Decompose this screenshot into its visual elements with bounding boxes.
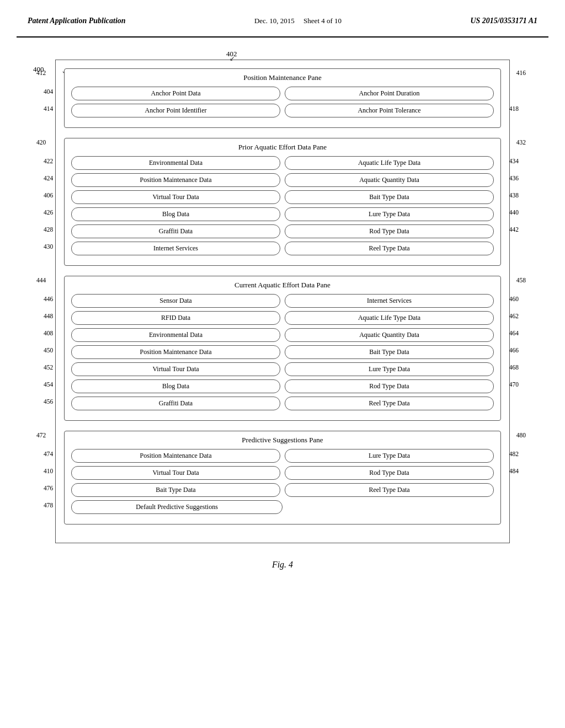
prior-aquatic-title: Prior Aquatic Effort Data Pane xyxy=(71,143,494,152)
ref-466: 466 xyxy=(509,347,519,354)
ps-row2-wrapper: 476 Bait Type Data Reel Type Data xyxy=(71,483,494,497)
header-sheet: Sheet 4 of 10 xyxy=(303,17,342,25)
pane-wrapper-predictive: 472 480 Predictive Suggestions Pane 474 … xyxy=(64,431,501,524)
ref-460: 460 xyxy=(509,296,519,302)
ref-420: 420 xyxy=(36,139,46,146)
pa-row4: Graffiti Data Rod Type Data xyxy=(71,224,494,238)
internet-services-2: Internet Services xyxy=(285,294,494,308)
pa-row5-wrapper: 430 Internet Services Reel Type Data xyxy=(71,242,494,255)
rod-type-data-3: Rod Type Data xyxy=(285,466,494,480)
rod-type-data-2: Rod Type Data xyxy=(285,379,494,393)
ref-424: 424 xyxy=(44,175,53,181)
ps-row3: Default Predictive Suggestions xyxy=(71,500,494,514)
pm-row1-wrapper: 404 Anchor Point Data Anchor Point Durat… xyxy=(71,87,494,100)
ref-480: 480 xyxy=(516,432,526,438)
predictive-suggestions-pane: Predictive Suggestions Pane 474 482 Posi… xyxy=(64,431,501,524)
pa-row3-wrapper: 426 440 Blog Data Lure Type Data xyxy=(71,207,494,221)
ref-478: 478 xyxy=(44,502,53,508)
internet-services-1: Internet Services xyxy=(71,242,280,255)
bait-type-data-3: Bait Type Data xyxy=(71,483,280,497)
pane-wrapper-position: 412 416 Position Maintenance Pane 404 An… xyxy=(64,68,501,128)
ref-472: 472 xyxy=(36,432,46,438)
pane-wrapper-current: 444 458 Current Aquatic Effort Data Pane… xyxy=(64,276,501,421)
virtual-tour-data-3: Virtual Tour Data xyxy=(71,466,280,480)
diagram-wrapper: 400 ↘ 402 ↙ Interface Module 412 416 Pos… xyxy=(55,60,510,543)
lure-type-data-1: Lure Type Data xyxy=(285,207,494,221)
ref-476: 476 xyxy=(44,485,53,491)
pa-row0-wrapper: 422 434 Environmental Data Aquatic Life … xyxy=(71,156,494,170)
rfid-data: RFID Data xyxy=(71,311,280,325)
ca-row6: Graffiti Data Reel Type Data xyxy=(71,397,494,410)
page-header: Patent Application Publication Dec. 10, … xyxy=(17,11,548,38)
ref-452: 452 xyxy=(44,364,53,371)
pa-row4-wrapper: 428 442 Graffiti Data Rod Type Data xyxy=(71,224,494,238)
pa-row3: Blog Data Lure Type Data xyxy=(71,207,494,221)
current-aquatic-title: Current Aquatic Effort Data Pane xyxy=(71,281,494,290)
graffiti-data-2: Graffiti Data xyxy=(71,397,280,410)
header-right: US 2015/0353171 A1 xyxy=(470,17,537,25)
page-container: Patent Application Publication Dec. 10, … xyxy=(0,0,565,728)
blog-data-2: Blog Data xyxy=(71,379,280,393)
prior-aquatic-pane: Prior Aquatic Effort Data Pane 422 434 E… xyxy=(64,138,501,266)
bait-type-data-1: Bait Type Data xyxy=(285,190,494,204)
ca-row3: Position Maintenance Data Bait Type Data xyxy=(71,345,494,359)
position-maintenance-data-1: Position Maintenance Data xyxy=(71,173,280,187)
ps-row1-wrapper: 410 484 Virtual Tour Data Rod Type Data xyxy=(71,466,494,480)
ref-484: 484 xyxy=(509,468,519,474)
pm-row1: Anchor Point Data Anchor Point Duration xyxy=(71,87,494,100)
pa-row2-wrapper: 406 438 Virtual Tour Data Bait Type Data xyxy=(71,190,494,204)
ref-474: 474 xyxy=(44,451,53,457)
ref-432: 432 xyxy=(516,139,526,146)
ref-450: 450 xyxy=(44,347,53,354)
environmental-data-1: Environmental Data xyxy=(71,156,280,170)
pm-row2: Anchor Point Identifier Anchor Point Tol… xyxy=(71,104,494,117)
current-aquatic-pane: Current Aquatic Effort Data Pane 446 460… xyxy=(64,276,501,421)
pa-row0: Environmental Data Aquatic Life Type Dat… xyxy=(71,156,494,170)
ca-row5-wrapper: 454 470 Blog Data Rod Type Data xyxy=(71,379,494,393)
graffiti-data-1: Graffiti Data xyxy=(71,224,280,238)
reel-type-data-3: Reel Type Data xyxy=(285,483,494,497)
ref-428: 428 xyxy=(44,226,53,233)
pa-row1-wrapper: 424 436 Position Maintenance Data Aquati… xyxy=(71,173,494,187)
ref-422: 422 xyxy=(44,158,53,164)
ca-row5: Blog Data Rod Type Data xyxy=(71,379,494,393)
ref-426: 426 xyxy=(44,209,53,216)
ref-410: 410 xyxy=(44,468,53,474)
position-maintenance-data-2: Position Maintenance Data xyxy=(71,345,280,359)
ref-414: 414 xyxy=(44,105,53,112)
ref-444: 444 xyxy=(36,277,46,283)
outer-module-box: 412 416 Position Maintenance Pane 404 An… xyxy=(55,60,510,543)
ca-row1: RFID Data Aquatic Life Type Data xyxy=(71,311,494,325)
header-middle: Dec. 10, 2015 Sheet 4 of 10 xyxy=(254,17,342,25)
position-maintenance-pane: Position Maintenance Pane 404 Anchor Poi… xyxy=(64,68,501,128)
aquatic-life-type-data-2: Aquatic Life Type Data xyxy=(285,311,494,325)
anchor-point-tolerance: Anchor Point Tolerance xyxy=(285,104,494,117)
ps-row0-wrapper: 474 482 Position Maintenance Data Lure T… xyxy=(71,449,494,463)
ca-row6-wrapper: 456 Graffiti Data Reel Type Data xyxy=(71,397,494,410)
ref-462: 462 xyxy=(509,313,519,319)
pa-row5: Internet Services Reel Type Data xyxy=(71,242,494,255)
ref-438: 438 xyxy=(509,192,519,199)
ref-446: 446 xyxy=(44,296,53,302)
ps-row3-wrapper: 478 Default Predictive Suggestions xyxy=(71,500,494,514)
ca-row4: Virtual Tour Data Lure Type Data xyxy=(71,362,494,376)
ref-404: 404 xyxy=(44,88,53,95)
predictive-suggestions-title: Predictive Suggestions Pane xyxy=(71,436,494,445)
ref-482: 482 xyxy=(509,451,519,457)
bait-type-data-2: Bait Type Data xyxy=(285,345,494,359)
aquatic-quantity-data-1: Aquatic Quantity Data xyxy=(285,173,494,187)
ref-456: 456 xyxy=(44,398,53,405)
default-predictive-suggestions: Default Predictive Suggestions xyxy=(71,500,282,514)
anchor-point-identifier: Anchor Point Identifier xyxy=(71,104,280,117)
pane-wrapper-prior: 420 432 Prior Aquatic Effort Data Pane 4… xyxy=(64,138,501,266)
ref-436: 436 xyxy=(509,175,519,181)
ps-row1: Virtual Tour Data Rod Type Data xyxy=(71,466,494,480)
anchor-point-data: Anchor Point Data xyxy=(71,87,280,100)
reel-type-data-2: Reel Type Data xyxy=(285,397,494,410)
fig-label: Fig. 4 xyxy=(17,560,548,570)
ref-464: 464 xyxy=(509,330,519,336)
ps-row0: Position Maintenance Data Lure Type Data xyxy=(71,449,494,463)
pm-row2-wrapper: 414 418 Anchor Point Identifier Anchor P… xyxy=(71,104,494,117)
ref-454: 454 xyxy=(44,381,53,388)
ref-406: 406 xyxy=(44,192,53,199)
